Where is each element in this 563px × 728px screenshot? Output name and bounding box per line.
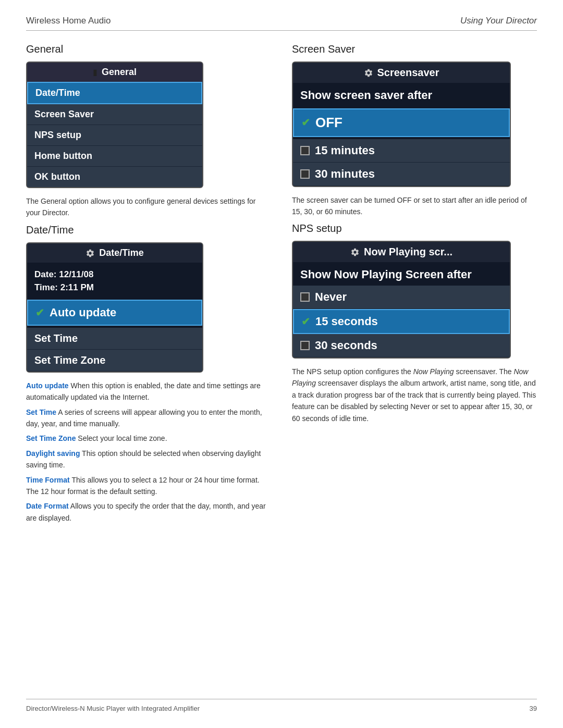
header-right: Using Your Director bbox=[460, 16, 537, 26]
nps-30sec-checkbox bbox=[300, 341, 310, 350]
general-description: The General option allows you to configu… bbox=[26, 195, 271, 219]
screensaver-30min[interactable]: 30 minutes bbox=[293, 163, 510, 186]
footer-right: 39 bbox=[530, 705, 537, 712]
menu-item-screensaver[interactable]: Screen Saver bbox=[27, 104, 202, 125]
screensaver-15min-label: 15 minutes bbox=[315, 144, 375, 157]
screensaver-section-title: Screen Saver bbox=[292, 43, 537, 55]
screensaver-off-label: OFF bbox=[315, 115, 342, 131]
general-section-title: General bbox=[26, 43, 271, 55]
menu-item-okbutton[interactable]: OK button bbox=[27, 167, 202, 187]
datetime-screen-header: Date/Time bbox=[27, 243, 202, 263]
date-format-label-text: Date Format bbox=[26, 502, 69, 510]
auto-update-label-text: Auto update bbox=[26, 381, 69, 390]
screensaver-prompt-text: Show screen saver after bbox=[300, 88, 503, 103]
menu-item-nps[interactable]: NPS setup bbox=[27, 125, 202, 146]
set-time-label-text: Set Time bbox=[26, 408, 56, 416]
set-timezone-desc-text: Select your local time zone. bbox=[78, 434, 167, 442]
body-text-list: Auto update When this option is enabled,… bbox=[26, 380, 271, 524]
general-icon: ▮ bbox=[93, 67, 97, 77]
nps-15sec-check-icon: ✔ bbox=[301, 315, 310, 328]
page-header: Wireless Home Audio Using Your Director bbox=[26, 16, 537, 31]
screensaver-screen-header: Screensaver bbox=[293, 63, 510, 83]
auto-update-check-icon: ✔ bbox=[35, 306, 44, 319]
screensaver-screen-title: Screensaver bbox=[377, 67, 439, 79]
datetime-gear-icon bbox=[85, 248, 95, 258]
set-timezone-label-text: Set Time Zone bbox=[26, 434, 76, 442]
nps-description: The NPS setup option configures the Now … bbox=[292, 366, 537, 424]
screensaver-gear-icon bbox=[364, 68, 373, 78]
nps-gear-icon bbox=[350, 247, 360, 257]
nps-prompt-text: Show Now Playing Screen after bbox=[300, 267, 503, 282]
right-column: Screen Saver Screensaver Show screen sav… bbox=[292, 43, 537, 527]
nps-option-never[interactable]: Never bbox=[293, 286, 510, 309]
page-footer: Director/Wireless-N Music Player with In… bbox=[26, 699, 537, 712]
nps-never-checkbox bbox=[300, 292, 310, 302]
nps-section-title: NPS setup bbox=[292, 223, 537, 235]
nps-30sec-label: 30 seconds bbox=[315, 339, 377, 352]
auto-update-button[interactable]: ✔ Auto update bbox=[27, 300, 202, 326]
datetime-screen-title: Date/Time bbox=[99, 248, 144, 258]
page: Wireless Home Audio Using Your Director … bbox=[0, 0, 563, 728]
screensaver-prompt: Show screen saver after bbox=[293, 83, 510, 106]
datetime-info: Date: 12/11/08 Time: 2:11 PM bbox=[27, 263, 202, 298]
set-time-button[interactable]: Set Time bbox=[27, 328, 202, 350]
date-display: Date: 12/11/08 bbox=[34, 268, 195, 281]
header-left: Wireless Home Audio bbox=[26, 16, 111, 26]
nps-screen: Now Playing scr... Show Now Playing Scre… bbox=[292, 241, 511, 359]
footer-left: Director/Wireless-N Music Player with In… bbox=[26, 705, 200, 712]
nps-prompt: Show Now Playing Screen after bbox=[293, 262, 510, 286]
set-timezone-button[interactable]: Set Time Zone bbox=[27, 350, 202, 372]
screensaver-15min-checkbox bbox=[300, 146, 310, 155]
daylight-saving-desc: Daylight saving This option should be se… bbox=[26, 448, 271, 471]
datetime-section-title: Date/Time bbox=[26, 224, 271, 236]
time-display: Time: 2:11 PM bbox=[34, 281, 195, 294]
main-content: General ▮ General Date/Time Screen Saver… bbox=[26, 43, 537, 527]
screensaver-off-button[interactable]: ✔ OFF bbox=[293, 108, 510, 137]
nps-option-30sec[interactable]: 30 seconds bbox=[293, 334, 510, 357]
auto-update-label: Auto update bbox=[50, 306, 116, 319]
daylight-saving-label-text: Daylight saving bbox=[26, 449, 80, 458]
date-format-desc: Date Format Allows you to specify the or… bbox=[26, 500, 271, 524]
nps-option-15sec[interactable]: ✔ 15 seconds bbox=[293, 309, 510, 334]
menu-item-homebutton[interactable]: Home button bbox=[27, 146, 202, 167]
screensaver-off-check-icon: ✔ bbox=[301, 116, 310, 129]
set-time-desc: Set Time A series of screens will appear… bbox=[26, 406, 271, 430]
time-format-label-text: Time Format bbox=[26, 476, 70, 484]
screensaver-screen: Screensaver Show screen saver after ✔ OF… bbox=[292, 61, 511, 187]
screensaver-description: The screen saver can be turned OFF or se… bbox=[292, 194, 537, 218]
nps-screen-title: Now Playing scr... bbox=[364, 246, 452, 258]
set-timezone-desc: Set Time Zone Select your local time zon… bbox=[26, 433, 271, 444]
nps-never-label: Never bbox=[315, 290, 347, 304]
general-screen: ▮ General Date/Time Screen Saver NPS set… bbox=[26, 61, 203, 188]
nps-15sec-label: 15 seconds bbox=[315, 315, 378, 328]
general-screen-title: General bbox=[102, 67, 137, 78]
set-time-desc-text: A series of screens will appear allowing… bbox=[26, 408, 262, 428]
screensaver-30min-checkbox bbox=[300, 169, 310, 179]
screensaver-30min-label: 30 minutes bbox=[315, 167, 375, 181]
datetime-screen: Date/Time Date: 12/11/08 Time: 2:11 PM ✔… bbox=[26, 242, 203, 373]
nps-screen-header: Now Playing scr... bbox=[293, 242, 510, 262]
left-column: General ▮ General Date/Time Screen Saver… bbox=[26, 43, 271, 527]
general-screen-titlebar: ▮ General bbox=[27, 63, 202, 82]
time-format-desc: Time Format This allows you to select a … bbox=[26, 474, 271, 498]
screensaver-15min[interactable]: 15 minutes bbox=[293, 139, 510, 163]
auto-update-desc: Auto update When this option is enabled,… bbox=[26, 380, 271, 403]
menu-item-datetime[interactable]: Date/Time bbox=[27, 82, 202, 104]
